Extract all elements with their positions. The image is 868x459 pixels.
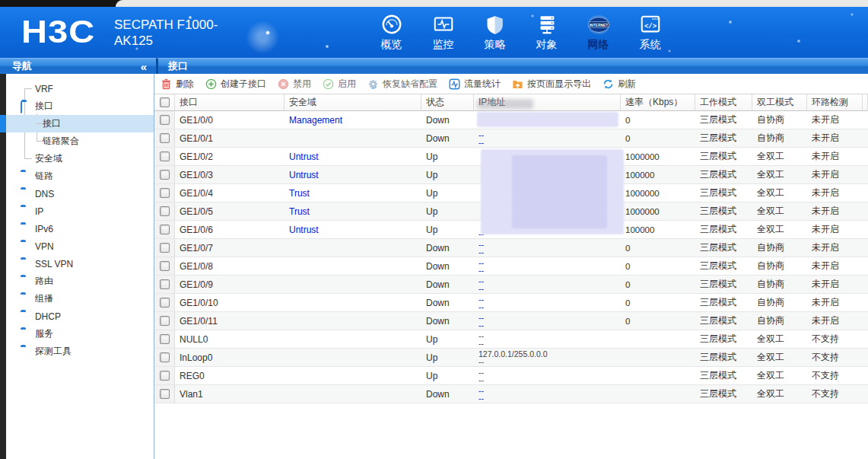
cell-security-zone <box>285 349 421 366</box>
col-work-mode[interactable]: 工作模式 <box>695 94 752 111</box>
sidebar-item-dns[interactable]: DNS <box>6 185 154 202</box>
col-rate[interactable]: 速率（Kbps） <box>621 94 695 111</box>
sidebar-item-interface[interactable]: 接口 <box>6 115 154 132</box>
sidebar-item-probe-tools[interactable]: 探测工具 <box>6 343 154 360</box>
col-duplex-mode[interactable]: 双工模式 <box>752 94 807 111</box>
row-checkbox[interactable] <box>160 133 170 143</box>
row-checkbox[interactable] <box>160 225 170 234</box>
row-checkbox[interactable] <box>160 389 170 399</box>
cell-rate: 100000 <box>621 221 695 238</box>
toolbar-button-label: 恢复缺省配置 <box>383 78 437 91</box>
cell-filler <box>863 129 868 147</box>
select-all-checkbox[interactable] <box>160 97 170 107</box>
sidebar-item-interface-group[interactable]: 接口 <box>6 97 154 115</box>
cell-ip-address: -- -- <box>474 276 621 293</box>
row-checkbox[interactable] <box>160 298 170 308</box>
cell-interface: InLoop0 <box>175 349 285 366</box>
refresh-button[interactable]: 刷新 <box>603 78 636 91</box>
col-security-zone[interactable]: 安全域 <box>285 94 421 111</box>
export-page-button[interactable]: 按页面显示导出 <box>512 78 591 91</box>
sidebar-item-route[interactable]: 路由 <box>6 273 154 290</box>
content-panel-header: 接口 <box>156 58 868 74</box>
cell-work-mode: 三层模式 <box>695 257 752 275</box>
cell-status: Up <box>421 349 474 366</box>
cell-filler <box>863 239 868 257</box>
top-nav-overview[interactable]: 概览 <box>370 12 412 52</box>
restore-default-button[interactable]: 恢复缺省配置 <box>367 78 437 91</box>
cell-loop-detect: 未开启 <box>807 111 863 129</box>
sidebar-item-link[interactable]: 链路 <box>6 167 154 185</box>
svg-text:INTERNET: INTERNET <box>589 23 608 27</box>
row-checkbox[interactable] <box>160 334 170 344</box>
delete-button[interactable]: 删除 <box>161 78 194 91</box>
sidebar-item-security-zone[interactable]: 安全域 <box>6 150 154 167</box>
col-ip-address[interactable]: IP地址 <box>474 94 621 111</box>
toolbar-button-label: 流量统计 <box>464 78 501 91</box>
row-checkbox[interactable] <box>160 352 170 362</box>
code-window-icon: </> <box>639 12 662 37</box>
sidebar-item-label: 路由 <box>35 275 53 288</box>
cell-security-zone[interactable]: Management <box>285 111 421 129</box>
cell-work-mode: 三层模式 <box>695 166 752 183</box>
sidebar-item-link-aggregation[interactable]: 链路聚合 <box>6 132 154 150</box>
row-checkbox[interactable] <box>160 243 170 253</box>
cell-filler <box>863 294 868 311</box>
cell-ip-address: -- -- <box>474 385 621 403</box>
sidebar-item-vrf[interactable]: VRF <box>6 80 154 97</box>
collapse-sidebar-icon[interactable]: « <box>141 61 147 72</box>
col-interface[interactable]: 接口 <box>175 94 285 111</box>
toolbar-button-label: 禁用 <box>293 78 311 91</box>
cell-security-zone[interactable]: Untrust <box>285 221 421 238</box>
col-loop-detect[interactable]: 环路检测 <box>807 94 863 111</box>
cell-ip-address <box>474 166 621 183</box>
sidebar-item-vpn[interactable]: VPN <box>6 237 154 255</box>
top-nav-monitor[interactable]: 监控 <box>422 12 464 52</box>
screen: H3C SECPATH F1000- AK125 概览 监控 策略 对象 INT… <box>0 0 868 459</box>
cell-interface: GE1/0/9 <box>175 276 285 293</box>
cell-security-zone[interactable]: Trust <box>285 202 421 220</box>
cell-security-zone[interactable]: Untrust <box>285 166 421 183</box>
sidebar-item-label: SSL VPN <box>35 259 73 269</box>
row-checkbox[interactable] <box>160 151 170 161</box>
cell-rate <box>621 385 695 403</box>
sidebar-item-dhcp[interactable]: DHCP <box>6 308 154 325</box>
disable-button[interactable]: 禁用 <box>278 78 311 91</box>
create-subinterface-button[interactable]: 创建子接口 <box>205 78 266 91</box>
table-row: GE1/0/1 Down -- -- 0 三层模式 自协商 未开启 <box>154 129 868 148</box>
row-checkbox[interactable] <box>160 371 170 381</box>
top-nav-policy[interactable]: 策略 <box>474 12 516 52</box>
cell-loop-detect: 未开启 <box>807 239 863 257</box>
export-icon <box>512 78 523 90</box>
cell-security-zone[interactable]: Trust <box>285 184 421 202</box>
col-status[interactable]: 状态 <box>421 94 474 111</box>
check-circle-icon <box>323 78 334 90</box>
cell-status: Down <box>421 129 474 147</box>
cell-interface: GE1/0/2 <box>175 148 285 165</box>
cell-security-zone[interactable]: Untrust <box>285 148 421 165</box>
sidebar-item-ssl-vpn[interactable]: SSL VPN <box>6 255 154 273</box>
cell-security-zone <box>285 312 421 330</box>
row-checkbox[interactable] <box>160 115 170 125</box>
cell-status: Up <box>421 166 474 183</box>
cell-duplex-mode: 自协商 <box>752 312 807 330</box>
sidebar-item-ipv6[interactable]: IPv6 <box>6 220 154 237</box>
top-nav-system[interactable]: </> 系统 <box>629 12 671 52</box>
row-checkbox[interactable] <box>160 206 170 216</box>
enable-button[interactable]: 启用 <box>323 78 356 91</box>
row-checkbox[interactable] <box>160 188 170 198</box>
row-checkbox[interactable] <box>160 170 170 180</box>
table-row: REG0 Up -- -- 三层模式 全双工 不支持 <box>154 367 868 385</box>
top-nav-objects[interactable]: 对象 <box>526 12 568 52</box>
top-nav-network[interactable]: INTERNET 网络 <box>577 12 619 52</box>
cell-status: Up <box>421 367 474 384</box>
sidebar-item-service[interactable]: 服务 <box>6 325 154 343</box>
row-checkbox[interactable] <box>160 279 170 289</box>
cell-interface: REG0 <box>175 367 285 384</box>
sidebar-item-ip[interactable]: IP <box>6 202 154 220</box>
cell-filler <box>863 221 868 238</box>
row-checkbox[interactable] <box>160 261 170 271</box>
sidebar-item-multicast[interactable]: 组播 <box>6 290 154 308</box>
internet-icon: INTERNET <box>584 12 613 37</box>
row-checkbox[interactable] <box>160 316 170 326</box>
traffic-stats-button[interactable]: 流量统计 <box>449 78 501 91</box>
